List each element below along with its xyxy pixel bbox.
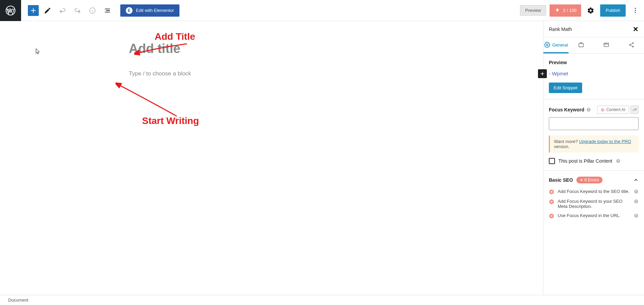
x-icon: ✕: [580, 178, 583, 182]
sidebar-tabs: General: [543, 37, 644, 54]
post-title-input[interactable]: [129, 41, 414, 56]
add-block-button[interactable]: [28, 5, 39, 16]
basic-seo-header[interactable]: Basic SEO ✕ 6 Errors: [549, 177, 639, 183]
settings-button[interactable]: [585, 4, 597, 17]
close-sidebar-button[interactable]: ✕: [633, 25, 639, 33]
preview-button[interactable]: Preview: [520, 5, 546, 16]
block-placeholder[interactable]: Type / to choose a block: [129, 70, 414, 77]
schema-icon: [603, 42, 609, 48]
tab-social[interactable]: [619, 37, 644, 53]
svg-text:?: ?: [588, 108, 590, 111]
help-icon[interactable]: ?: [634, 199, 639, 204]
annotation-start-writing: Start Writing: [142, 115, 199, 126]
gear-icon: [544, 42, 550, 48]
edit-snippet-button[interactable]: Edit Snippet: [549, 83, 582, 93]
svg-point-7: [632, 46, 633, 47]
svg-rect-4: [604, 43, 609, 47]
chevron-up-icon: [633, 177, 639, 183]
svg-point-2: [546, 44, 548, 46]
svg-point-5: [632, 42, 633, 43]
seo-item: Add Focus Keyword to the SEO title. ?: [549, 189, 639, 195]
rank-math-sidebar: Rank Math ✕ General: [543, 21, 644, 295]
close-icon: ✕: [633, 25, 639, 33]
gear-icon: [587, 7, 594, 14]
more-options-button[interactable]: [629, 4, 641, 17]
score-value: 2 / 100: [563, 8, 577, 13]
briefcase-icon: [578, 42, 584, 48]
help-icon[interactable]: ?: [634, 213, 639, 218]
trend-icon: [632, 107, 637, 112]
tab-advanced[interactable]: [569, 37, 594, 53]
content-ai-button[interactable]: ◎ Content AI: [597, 106, 629, 114]
section-preview: Preview - Wpmet Edit Snippet: [543, 54, 644, 100]
bottom-bar: Document: [0, 295, 644, 305]
score-icon: [554, 7, 560, 14]
upgrade-link[interactable]: Upgrade today to the PRO: [579, 139, 631, 144]
redo-icon[interactable]: [71, 4, 84, 17]
target-icon: ◎: [601, 107, 604, 112]
error-count-badge: ✕ 6 Errors: [576, 177, 603, 183]
upgrade-notice: Want more? Upgrade today to the PRO vers…: [549, 136, 639, 152]
outline-icon[interactable]: [101, 4, 114, 17]
help-icon[interactable]: ?: [634, 189, 639, 194]
edit-elementor-button[interactable]: E Edit with Elementor: [120, 4, 179, 17]
svg-text:?: ?: [617, 160, 619, 163]
sidebar-header: Rank Math ✕: [543, 21, 644, 37]
svg-text:?: ?: [636, 200, 637, 203]
undo-icon[interactable]: [56, 4, 69, 17]
elementor-label: Edit with Elementor: [136, 8, 174, 13]
elementor-badge-icon: E: [126, 7, 133, 14]
help-icon[interactable]: ?: [616, 159, 621, 163]
pillar-checkbox[interactable]: [549, 158, 555, 164]
tab-schema[interactable]: [594, 37, 619, 53]
basic-seo-title: Basic SEO: [549, 177, 573, 183]
annotation-add-title: Add Title: [155, 31, 195, 42]
svg-text:?: ?: [636, 214, 637, 217]
error-icon: [549, 213, 554, 219]
svg-point-6: [629, 44, 630, 46]
section-basic-seo: Basic SEO ✕ 6 Errors Add Focus Keyword t…: [543, 171, 644, 229]
help-icon[interactable]: ?: [586, 107, 591, 112]
section-focus-keyword: Focus Keyword ? ◎ Content AI: [543, 100, 644, 171]
seo-score-button[interactable]: 2 / 100: [550, 4, 581, 17]
tab-general-label: General: [552, 42, 568, 48]
pillar-label: This post is Pillar Content: [558, 158, 612, 164]
top-toolbar: E Edit with Elementor Preview 2 / 100 Pu…: [0, 0, 644, 21]
focus-keyword-label: Focus Keyword ?: [549, 107, 591, 112]
publish-button[interactable]: Publish: [600, 4, 626, 17]
share-icon: [628, 42, 634, 48]
dots-vertical-icon: [635, 8, 636, 13]
seo-item: Use Focus Keyword in the URL. ?: [549, 213, 639, 219]
seo-item: Add Focus Keyword to your SEO Meta Descr…: [549, 199, 639, 209]
preview-title: Preview: [549, 60, 639, 65]
add-block-inline-button[interactable]: [538, 69, 547, 78]
preview-link[interactable]: - Wpmet: [549, 71, 639, 76]
breadcrumb-document[interactable]: Document: [8, 298, 28, 303]
wordpress-logo[interactable]: [0, 0, 21, 21]
pillar-content-row[interactable]: This post is Pillar Content ?: [549, 158, 639, 164]
error-icon: [549, 199, 554, 204]
arrow-start-writing: [116, 82, 180, 120]
cursor-icon: [36, 48, 40, 54]
seo-checklist: Add Focus Keyword to the SEO title. ? Ad…: [549, 189, 639, 219]
focus-keyword-input[interactable]: [549, 117, 639, 130]
trends-button[interactable]: [630, 106, 639, 114]
svg-rect-3: [579, 43, 584, 47]
sidebar-title: Rank Math: [549, 26, 572, 32]
tools-icon[interactable]: [41, 4, 54, 17]
tab-general[interactable]: General: [543, 37, 569, 53]
svg-text:?: ?: [636, 190, 637, 193]
error-icon: [549, 189, 554, 195]
editor-canvas: Type / to choose a block Add Title Start…: [0, 21, 543, 295]
info-icon[interactable]: [86, 4, 99, 17]
